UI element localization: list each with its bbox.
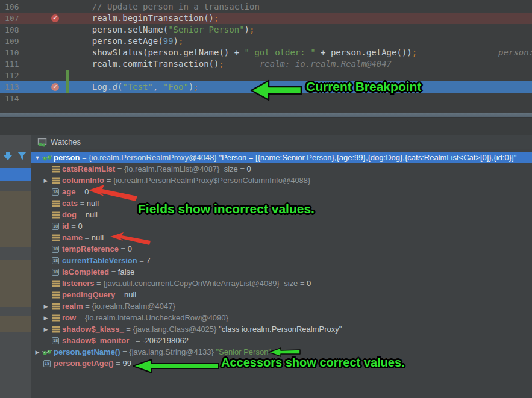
- code-segment: ): [174, 36, 178, 46]
- chevron-closed-icon[interactable]: ▶: [41, 315, 51, 321]
- line-number: 106: [5, 1, 29, 13]
- primitive-icon: 18: [51, 337, 60, 344]
- watch-value-part: =: [114, 359, 123, 368]
- code-text: // Update person in a transaction: [0, 1, 532, 13]
- watch-value-part: {io.realm.RealmList@4087}: [124, 164, 219, 173]
- line-number: 107: [5, 13, 29, 24]
- watch-value-part: 7: [146, 256, 151, 265]
- code-segment: Log.: [72, 82, 112, 92]
- field-icon: [51, 211, 60, 219]
- code-segment: realm.beginTransaction(): [72, 13, 214, 23]
- chevron-open-icon[interactable]: ▼: [33, 155, 42, 161]
- line-number: 111: [5, 58, 29, 70]
- code-line-108[interactable]: 108 person.setName("Senior Person");: [0, 24, 532, 36]
- watch-row-name[interactable]: name = null: [31, 232, 532, 243]
- watch-name: dog: [62, 210, 77, 219]
- green-arrow-icon: [250, 79, 303, 104]
- frame-row[interactable]: [0, 316, 31, 332]
- primitive-icon: 18: [52, 269, 59, 276]
- watch-value-part: =: [137, 256, 146, 265]
- down-arrow-icon[interactable]: [3, 151, 13, 161]
- watch-value-part: =: [133, 336, 142, 345]
- line-number: 109: [5, 36, 29, 47]
- watch-value-part: 0: [247, 164, 251, 173]
- frame-row-selected[interactable]: [0, 168, 31, 181]
- chevron-closed-icon[interactable]: ▶: [41, 178, 51, 184]
- watch-row-iscompleted[interactable]: 18isCompleted = false: [31, 266, 532, 278]
- line-number: 113: [5, 81, 29, 93]
- watch-value-part: {io.realm.PersonRealmProxy@4048}: [89, 153, 219, 162]
- watch-value-part: {io.realm.internal.UncheckedRow@4090}: [85, 313, 228, 322]
- watch-name: shadow$_monitor_: [62, 336, 133, 345]
- breakpoint-icon[interactable]: ✔: [51, 83, 59, 91]
- chevron-closed-icon[interactable]: ▶: [41, 303, 51, 309]
- primitive-icon: 18: [51, 223, 60, 230]
- breakpoint-icon[interactable]: ✔: [51, 14, 59, 22]
- watch-value-part: =: [104, 176, 113, 185]
- code-line-107[interactable]: 107✔ realm.beginTransaction();: [0, 13, 532, 24]
- frame-row[interactable]: [0, 260, 31, 307]
- chevron-closed-icon[interactable]: ▶: [41, 326, 51, 332]
- code-line-109[interactable]: 109 person.setAge(99);: [0, 36, 532, 47]
- code-line-110[interactable]: 110 showStatus(person.getName() + " got …: [0, 47, 532, 58]
- watch-value-part: {java.util.concurrent.CopyOnWriteArrayLi…: [103, 279, 280, 288]
- watch-name: person: [54, 153, 80, 162]
- watch-value-part: "Person = [{name:Senior Person},{age:99}…: [219, 153, 516, 162]
- field-icon: [51, 326, 60, 333]
- watch-value-part: =: [83, 302, 92, 311]
- field-icon: [51, 314, 60, 322]
- watch-value-part: false: [118, 267, 134, 276]
- line-number: 108: [5, 24, 29, 36]
- watch-value-part: =: [78, 199, 87, 208]
- watch-name: listeners: [62, 279, 94, 288]
- field-icon: [51, 234, 60, 241]
- watch-row-shadow-monitor[interactable]: 18shadow$_monitor_ = -2062198062: [31, 335, 532, 346]
- watch-name: currentTableVersion: [62, 256, 137, 265]
- watch-row-listeners[interactable]: listeners = {java.util.concurrent.CopyOn…: [31, 278, 532, 289]
- red-arrow-icon: [88, 184, 139, 206]
- line-number: 112: [5, 70, 29, 81]
- watch-name: row: [62, 313, 76, 322]
- primitive-icon: 18: [52, 188, 59, 196]
- watch-name: person.getName(): [54, 347, 120, 356]
- filter-funnel-icon[interactable]: [17, 151, 27, 161]
- watch-name: columnInfo: [62, 176, 104, 185]
- watch-row-tempreference[interactable]: 18tempReference = 0: [31, 243, 532, 255]
- watch-row-pendingquery[interactable]: pendingQuery = null: [31, 289, 532, 300]
- watch-row-shadow-klass[interactable]: ▶shadow$_klass_ = {java.lang.Class@4025}…: [31, 323, 532, 335]
- watch-value-part: =: [120, 347, 130, 356]
- splitter-handle[interactable]: [0, 113, 532, 118]
- primitive-icon: 18: [52, 337, 59, 344]
- watches-panel-title: Watches: [51, 135, 81, 149]
- frames-rail: [0, 135, 31, 398]
- line-number: 110: [5, 47, 29, 58]
- primitive-icon: 18: [52, 223, 59, 230]
- field-icon: [51, 177, 60, 184]
- watch-row-catsrealmlist[interactable]: catsRealmList = {io.realm.RealmList@4087…: [31, 163, 532, 175]
- watch-row-realm[interactable]: ▶realm = {io.realm.Realm@4047}: [31, 300, 532, 312]
- watch-value-part: =: [115, 290, 124, 299]
- frame-row[interactable]: [0, 191, 31, 247]
- code-segment: ,: [153, 82, 163, 92]
- code-line-111[interactable]: 111 realm.commitTransaction(); realm: io…: [0, 58, 532, 70]
- watch-row-id[interactable]: 18id = 0: [31, 220, 532, 232]
- code-segment: ;: [219, 59, 224, 69]
- primitive-icon: 18: [43, 360, 51, 367]
- chevron-closed-icon[interactable]: ▶: [33, 349, 42, 355]
- watch-value-part: "Senior Person": [216, 347, 271, 356]
- watch-row-person[interactable]: ▼person = {io.realm.PersonRealmProxy@404…: [31, 152, 532, 163]
- primitive-icon: 18: [42, 360, 52, 367]
- red-arrow-icon: [110, 232, 152, 249]
- watch-value-part: {java.lang.Class@4025}: [133, 325, 219, 334]
- watch-row-currenttableversion[interactable]: 18currentTableVersion = 7: [31, 255, 532, 266]
- watch-value-part: =: [124, 325, 133, 334]
- vcs-change-bar: [66, 70, 69, 81]
- watch-name: isCompleted: [62, 267, 109, 276]
- fields-incorrect-label: Fields show incorrect values.: [138, 202, 315, 216]
- code-line-106[interactable]: 106 // Update person in a transaction: [0, 1, 532, 13]
- code-text: realm.beginTransaction();: [0, 13, 532, 24]
- current-breakpoint-label: Current Breakpoint: [306, 79, 421, 94]
- watch-row-row[interactable]: ▶row = {io.realm.internal.UncheckedRow@4…: [31, 312, 532, 323]
- code-segment: ;: [412, 48, 417, 57]
- code-text: person.setAge(99);: [0, 36, 532, 47]
